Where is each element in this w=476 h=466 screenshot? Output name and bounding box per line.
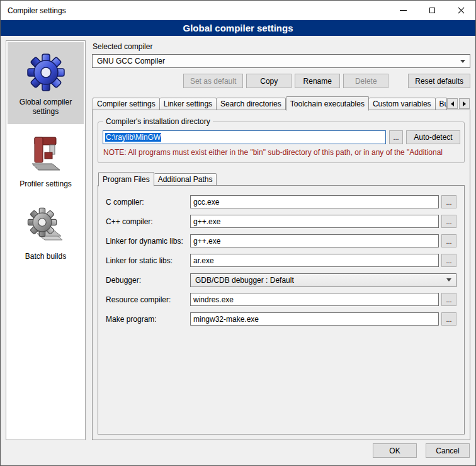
- minimize-icon: [400, 10, 407, 11]
- sidebar-item-global-compiler-settings[interactable]: Global compiler settings: [8, 42, 84, 124]
- sidebar-item-label: Batch builds: [25, 252, 66, 261]
- dialog-header-title: Global compiler settings: [183, 23, 293, 33]
- browse-button[interactable]: ...: [441, 195, 456, 208]
- field-row-make-program: Make program: ...: [106, 312, 456, 326]
- program-files-tab-strip: Program Files Additional Paths: [98, 172, 465, 186]
- main-settings-area: Selected compiler GNU GCC Compiler Set a…: [92, 40, 470, 440]
- window-controls: [388, 1, 475, 20]
- browse-button[interactable]: ...: [441, 312, 456, 326]
- sidebar-item-profiler-settings[interactable]: Profiler settings: [8, 124, 84, 196]
- installation-directory-label: Compiler's installation directory: [103, 117, 213, 126]
- field-label: Debugger:: [106, 276, 190, 285]
- left-arrow-icon: [451, 101, 454, 106]
- field-row-debugger: Debugger: GDB/CDB debugger : Default: [106, 273, 456, 287]
- resource-compiler-input[interactable]: [190, 293, 439, 306]
- browse-button[interactable]: ...: [441, 254, 456, 267]
- tab-scroll-left-button[interactable]: [447, 98, 458, 109]
- chevron-down-icon: [446, 278, 451, 281]
- chevron-down-icon: [460, 60, 465, 63]
- field-label: Linker for static libs:: [106, 256, 190, 265]
- linker-dynamic-input[interactable]: [190, 234, 439, 247]
- field-label: Linker for dynamic libs:: [106, 237, 190, 246]
- field-row-resource-compiler: Resource compiler: ...: [106, 293, 456, 306]
- field-label: Make program:: [106, 315, 190, 324]
- titlebar: Compiler settings: [1, 1, 475, 20]
- toolchain-executables-panel: Compiler's installation directory C:\ray…: [92, 110, 470, 440]
- reset-defaults-button[interactable]: Reset defaults: [408, 74, 470, 88]
- installation-directory-groupbox: Compiler's installation directory C:\ray…: [98, 122, 465, 163]
- settings-category-list: Global compiler settings Profiler settin…: [6, 40, 86, 440]
- tab-search-directories[interactable]: Search directories: [217, 98, 286, 110]
- maximize-icon: [429, 8, 435, 13]
- rename-button[interactable]: Rename: [295, 74, 340, 88]
- tab-build-truncated[interactable]: Buil: [436, 98, 447, 110]
- dialog-body: Global compiler settings Profiler settin…: [1, 36, 475, 440]
- selected-compiler-label: Selected compiler: [93, 42, 470, 51]
- delete-button[interactable]: Delete: [343, 74, 388, 88]
- blue-gear-icon: [26, 52, 66, 92]
- tab-scroll-right-button[interactable]: [459, 98, 470, 109]
- subtab-additional-paths[interactable]: Additional Paths: [154, 173, 217, 186]
- field-row-cpp-compiler: C++ compiler: ...: [106, 215, 456, 228]
- field-label: Resource compiler:: [106, 295, 190, 304]
- copy-button[interactable]: Copy: [246, 74, 292, 88]
- dialog-footer: OK Cancel: [1, 440, 475, 465]
- tab-compiler-settings[interactable]: Compiler settings: [93, 98, 160, 110]
- window-title: Compiler settings: [1, 6, 388, 15]
- tab-scroll-arrows: [447, 98, 470, 110]
- compiler-buttons-row: Set as default Copy Rename Delete Reset …: [92, 74, 470, 88]
- dialog-header: Global compiler settings: [1, 20, 475, 36]
- browse-directory-button[interactable]: ...: [389, 130, 403, 144]
- make-program-input[interactable]: [190, 312, 439, 326]
- c-compiler-input[interactable]: [190, 195, 439, 208]
- compiler-select-value: GNU GCC Compiler: [97, 57, 456, 65]
- ok-button[interactable]: OK: [373, 443, 417, 458]
- cpp-compiler-input[interactable]: [190, 215, 439, 228]
- bin-subdirectory-note: NOTE: All programs must exist either in …: [103, 148, 460, 157]
- debugger-select-value: GDB/CDB debugger : Default: [195, 276, 294, 285]
- program-files-panel: C compiler: ... C++ compiler: ... Linker…: [98, 185, 465, 435]
- auto-detect-button[interactable]: Auto-detect: [406, 130, 460, 144]
- tab-toolchain-executables[interactable]: Toolchain executables: [286, 96, 369, 111]
- field-label: C++ compiler:: [106, 217, 190, 226]
- tab-linker-settings[interactable]: Linker settings: [160, 98, 217, 110]
- installation-directory-row: C:\raylib\MinGW ... Auto-detect: [103, 130, 460, 144]
- right-arrow-icon: [463, 101, 466, 106]
- compiler-settings-window: Compiler settings Global compiler settin…: [0, 0, 476, 466]
- settings-tab-strip: Compiler settings Linker settings Search…: [92, 96, 470, 110]
- browse-button[interactable]: ...: [441, 215, 456, 228]
- maximize-button[interactable]: [417, 1, 446, 20]
- browse-button[interactable]: ...: [441, 234, 456, 247]
- cancel-button[interactable]: Cancel: [426, 443, 470, 458]
- installation-directory-input[interactable]: C:\raylib\MinGW: [103, 130, 386, 144]
- field-row-c-compiler: C compiler: ...: [106, 195, 456, 208]
- field-row-linker-dynamic: Linker for dynamic libs: ...: [106, 234, 456, 247]
- profiler-icon: [26, 134, 66, 174]
- compiler-select[interactable]: GNU GCC Compiler: [92, 54, 470, 68]
- minimize-button[interactable]: [388, 1, 417, 20]
- sidebar-item-label: Profiler settings: [20, 179, 72, 189]
- sidebar-item-batch-builds[interactable]: Batch builds: [8, 196, 84, 269]
- subtab-program-files[interactable]: Program Files: [98, 172, 154, 186]
- field-row-linker-static: Linker for static libs: ...: [106, 254, 456, 267]
- batch-builds-icon: [26, 206, 66, 246]
- browse-button[interactable]: ...: [441, 293, 456, 306]
- close-button[interactable]: [446, 1, 475, 20]
- set-as-default-button[interactable]: Set as default: [183, 74, 243, 88]
- close-icon: [457, 6, 465, 14]
- installation-directory-selected-text: C:\raylib\MinGW: [105, 133, 161, 142]
- debugger-select[interactable]: GDB/CDB debugger : Default: [190, 273, 456, 287]
- field-label: C compiler:: [106, 198, 190, 207]
- sidebar-item-label: Global compiler settings: [10, 98, 81, 116]
- linker-static-input[interactable]: [190, 254, 439, 267]
- tab-custom-variables[interactable]: Custom variables: [369, 98, 436, 110]
